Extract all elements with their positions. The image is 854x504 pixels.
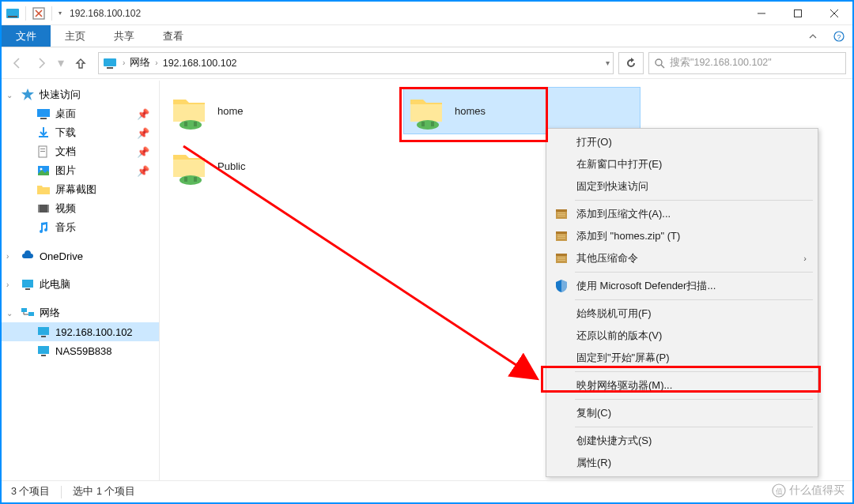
nav-back-button[interactable] xyxy=(8,54,27,73)
titlebar: ▾ 192.168.100.102 xyxy=(2,2,852,25)
close-button[interactable] xyxy=(816,2,852,25)
sidebar-onedrive[interactable]: › OneDrive xyxy=(2,246,159,265)
svg-rect-44 xyxy=(557,235,565,235)
archive-icon xyxy=(554,207,569,221)
sidebar-documents[interactable]: 文档📌 xyxy=(2,142,159,161)
svg-rect-11 xyxy=(39,136,48,137)
ctx-add-archive[interactable]: 添加到压缩文件(A)... xyxy=(548,203,816,225)
file-name: Public xyxy=(217,160,245,172)
ctx-map-network-drive[interactable]: 映射网络驱动器(M)... xyxy=(548,374,816,397)
sidebar-item-label: 下载 xyxy=(55,126,76,140)
ribbon-tabs: 文件 主页 共享 查看 ? xyxy=(2,25,852,47)
ctx-open-new-window[interactable]: 在新窗口中打开(E) xyxy=(548,153,816,175)
ctx-properties[interactable]: 属性(R) xyxy=(548,452,816,474)
svg-rect-24 xyxy=(38,327,49,335)
minimize-button[interactable] xyxy=(743,2,780,25)
nav-forward-button[interactable] xyxy=(32,54,51,73)
nav-recent-dropdown[interactable]: ▾ xyxy=(55,54,66,73)
ctx-defender-scan[interactable]: 使用 Microsoft Defender扫描... xyxy=(548,275,816,297)
search-box[interactable]: 搜索"192.168.100.102" xyxy=(648,52,846,74)
ribbon-tab-share[interactable]: 共享 xyxy=(100,25,149,47)
ctx-always-offline[interactable]: 始终脱机可用(F) xyxy=(548,303,816,325)
svg-rect-40 xyxy=(557,214,565,215)
address-toolbar: ▾ › 网络 › 192.168.100.102 ▾ 搜索"192.168.10… xyxy=(2,47,852,79)
sidebar-desktop[interactable]: 桌面📌 xyxy=(2,104,159,123)
ctx-add-zip[interactable]: 添加到 "homes.zip" (T) xyxy=(548,225,816,247)
chevron-right-icon: › xyxy=(121,58,127,67)
sidebar-pictures[interactable]: 图片📌 xyxy=(2,161,159,180)
svg-rect-33 xyxy=(431,122,434,126)
svg-point-8 xyxy=(656,59,662,66)
svg-rect-45 xyxy=(557,236,565,237)
expand-this-pc[interactable]: › xyxy=(6,280,9,289)
ctx-pin-quick-access[interactable]: 固定到快速访问 xyxy=(548,175,816,197)
svg-rect-18 xyxy=(38,205,40,213)
svg-rect-10 xyxy=(40,118,47,119)
address-dropdown-icon[interactable]: ▾ xyxy=(606,58,610,67)
refresh-button[interactable] xyxy=(618,52,644,74)
ctx-separator xyxy=(575,371,813,372)
search-placeholder: 搜索"192.168.100.102" xyxy=(670,56,772,70)
ribbon-tab-file[interactable]: 文件 xyxy=(2,25,51,47)
ctx-label: 固定到"开始"屏幕(P) xyxy=(576,351,670,365)
svg-rect-30 xyxy=(194,122,197,126)
navigation-pane: ⌄ 快速访问 桌面📌 下载📌 文档📌 图片📌 屏幕截图 视频 音乐 › xyxy=(2,81,160,480)
breadcrumb-network[interactable]: 网络 xyxy=(127,56,153,70)
pin-icon: 📌 xyxy=(137,108,149,120)
nav-up-button[interactable] xyxy=(71,54,90,73)
documents-icon xyxy=(36,145,51,159)
expand-network[interactable]: ⌄ xyxy=(6,309,13,318)
sidebar-network-host1[interactable]: 192.168.100.102 xyxy=(2,322,159,341)
sidebar-screenshots[interactable]: 屏幕截图 xyxy=(2,180,159,199)
ribbon-tab-view[interactable]: 查看 xyxy=(149,25,198,47)
ribbon-expand-icon[interactable] xyxy=(800,25,826,47)
status-separator xyxy=(61,486,62,498)
ctx-pin-start[interactable]: 固定到"开始"屏幕(P) xyxy=(548,347,816,369)
file-name: home xyxy=(217,105,244,117)
ribbon-help-icon[interactable]: ? xyxy=(826,25,852,47)
sidebar-quick-access[interactable]: ⌄ 快速访问 xyxy=(2,85,159,104)
sidebar-item-label: 此电脑 xyxy=(40,277,70,291)
sidebar-network-host2[interactable]: NAS59B838 xyxy=(2,341,159,360)
context-menu: 打开(O) 在新窗口中打开(E) 固定到快速访问 添加到压缩文件(A)... 添… xyxy=(546,128,818,477)
ctx-label: 添加到压缩文件(A)... xyxy=(576,207,671,221)
expand-onedrive[interactable]: › xyxy=(6,252,9,261)
sidebar-this-pc[interactable]: › 此电脑 xyxy=(2,275,159,294)
svg-rect-36 xyxy=(194,177,197,182)
sidebar-item-label: OneDrive xyxy=(40,250,83,262)
network-icon xyxy=(21,306,35,320)
star-icon xyxy=(21,88,35,102)
address-bar[interactable]: › 网络 › 192.168.100.102 ▾ xyxy=(98,52,614,74)
maximize-button[interactable] xyxy=(780,2,816,25)
breadcrumb-host[interactable]: 192.168.100.102 xyxy=(160,58,240,69)
share-folder-icon xyxy=(170,145,211,186)
svg-rect-13 xyxy=(40,149,45,149)
sidebar-videos[interactable]: 视频 xyxy=(2,199,159,218)
file-item-home[interactable]: home xyxy=(166,87,395,134)
sidebar-item-label: 文档 xyxy=(55,145,76,159)
svg-rect-9 xyxy=(37,109,50,117)
expand-quick-access[interactable]: ⌄ xyxy=(6,91,13,100)
file-item-public[interactable]: Public xyxy=(166,142,395,190)
ctx-restore-versions[interactable]: 还原以前的版本(V) xyxy=(548,325,816,347)
ribbon-tab-home[interactable]: 主页 xyxy=(51,25,100,47)
qat-recent-icon[interactable] xyxy=(31,6,47,21)
status-bar: 3 个项目 选中 1 个项目 xyxy=(2,480,852,502)
svg-text:?: ? xyxy=(837,32,841,40)
file-item-homes[interactable]: homes xyxy=(403,87,640,134)
qat-customize-icon[interactable]: ▾ xyxy=(59,9,62,17)
ctx-open[interactable]: 打开(O) xyxy=(548,131,816,153)
svg-point-31 xyxy=(417,120,439,130)
sidebar-music[interactable]: 音乐 xyxy=(2,218,159,237)
ctx-other-zip[interactable]: 其他压缩命令› xyxy=(548,247,816,269)
svg-text:值: 值 xyxy=(776,487,783,495)
svg-rect-39 xyxy=(557,213,565,213)
sidebar-network[interactable]: ⌄ 网络 xyxy=(2,303,159,322)
ctx-label: 其他压缩命令 xyxy=(576,251,638,265)
ctx-copy[interactable]: 复制(C) xyxy=(548,402,816,424)
search-icon xyxy=(654,58,665,69)
svg-rect-14 xyxy=(40,151,45,152)
sidebar-downloads[interactable]: 下载📌 xyxy=(2,123,159,142)
svg-rect-7 xyxy=(107,67,113,69)
ctx-create-shortcut[interactable]: 创建快捷方式(S) xyxy=(548,430,816,452)
